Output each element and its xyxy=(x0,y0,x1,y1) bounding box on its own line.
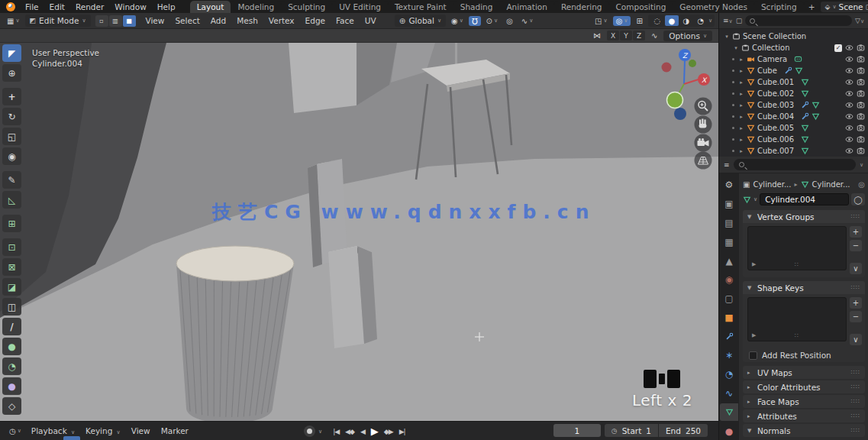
outliner-item-cube[interactable]: ▸Cube xyxy=(719,65,868,76)
add-rest-position-checkbox[interactable] xyxy=(749,351,757,360)
tool-cursor[interactable]: ⊕ xyxy=(2,64,21,82)
section-color-attributes[interactable]: ▸Color Attributes∷∷ xyxy=(743,380,865,393)
jump-to-start-button[interactable]: |◀ xyxy=(331,428,340,435)
outliner-item-cube-007[interactable]: ▸Cube.007 xyxy=(719,145,868,157)
expand-icon[interactable]: ▸ xyxy=(738,68,744,74)
outliner-editor-icon[interactable]: ≡∨ xyxy=(723,17,733,24)
hide-in-viewport-icon[interactable] xyxy=(845,55,853,63)
resize-grip-icon[interactable]: ∷ xyxy=(795,261,799,268)
gizmo-axis-neg-x[interactable] xyxy=(662,63,672,73)
outliner-collection[interactable]: ▾Collection✓ xyxy=(719,42,868,53)
vertex-select-button[interactable]: ▫ xyxy=(95,15,108,27)
properties-tab-physics[interactable]: ◔ xyxy=(720,366,738,383)
snap-settings-dropdown[interactable]: ⊙∨ xyxy=(483,16,502,26)
timeline-playhead[interactable] xyxy=(63,436,80,440)
chevron-down-icon[interactable]: ∨ xyxy=(753,196,757,202)
tool-tweak-select[interactable]: ◤ xyxy=(2,44,21,62)
blender-logo-icon[interactable] xyxy=(6,2,15,11)
section-uv-maps[interactable]: ▸UV Maps∷∷ xyxy=(743,366,865,379)
data-name-field[interactable]: Cylinder.004 xyxy=(760,193,849,205)
expand-icon[interactable]: ▸ xyxy=(738,125,744,131)
tool-scale[interactable]: ◱ xyxy=(2,128,21,145)
outliner-item-cube-006[interactable]: ▸Cube.006 xyxy=(719,134,868,145)
cylinder-top-face[interactable] xyxy=(176,246,294,281)
outliner-item-cube-004[interactable]: ▸Cube.004 xyxy=(719,111,868,122)
mirror-axis-z-button[interactable]: Z xyxy=(633,31,645,40)
orientation-dropdown[interactable]: ⊕ Global ∨ xyxy=(395,15,446,27)
properties-tab-material[interactable]: ● xyxy=(720,422,738,440)
expand-icon[interactable]: ▸ xyxy=(738,57,744,63)
mode-dropdown[interactable]: ◩ Edit Mode ∨ xyxy=(25,15,91,27)
properties-tab-scene[interactable]: ▲ xyxy=(720,252,738,270)
panel-grip-icon[interactable]: ∷∷ xyxy=(851,383,860,390)
panel-grip-icon[interactable]: ∷∷ xyxy=(851,398,860,405)
panel-grip-icon[interactable]: ∷∷ xyxy=(851,213,860,220)
shape-keys-list[interactable]: ▶ ∷ xyxy=(747,297,847,341)
timeline-menu-marker[interactable]: Marker xyxy=(156,425,194,436)
show-gizmo-toggle[interactable]: ◳∨ xyxy=(592,16,611,26)
workspace-tab-scripting[interactable]: Scripting xyxy=(754,1,804,13)
mirror-axis-y-button[interactable]: Y xyxy=(620,31,632,40)
wireframe-shading-button[interactable]: ◌ xyxy=(650,15,664,26)
next-keyframe-button[interactable]: ◆▶ xyxy=(382,428,395,435)
falloff-curve-icon[interactable]: ∿ xyxy=(648,31,660,40)
add-vertex-group-button[interactable]: + xyxy=(850,226,862,238)
menu-file[interactable]: File xyxy=(20,2,44,12)
chair-back-post[interactable] xyxy=(455,43,457,66)
expand-icon[interactable]: ▶ xyxy=(752,261,756,267)
tool-smooth[interactable]: ● xyxy=(2,377,21,395)
mirror-axis-x-button[interactable]: X xyxy=(607,31,619,40)
expand-icon[interactable]: ▸ xyxy=(738,137,744,143)
expand-icon[interactable]: ▾ xyxy=(724,34,730,40)
workspace-tab-sculpting[interactable]: Sculpting xyxy=(281,1,332,13)
mirror-icon[interactable]: ⋈ xyxy=(590,31,604,40)
current-frame-field[interactable]: 1 xyxy=(553,424,601,437)
show-overlays-toggle[interactable]: ◎∨ xyxy=(613,16,631,26)
timeline-menu-keying[interactable]: Keying ∨ xyxy=(80,425,126,436)
breadcrumb-data[interactable]: Cylinder... xyxy=(812,180,850,189)
new-scene-icon[interactable]: ▢ xyxy=(866,3,868,11)
tool-transform[interactable]: ◉ xyxy=(2,147,21,165)
tool-move[interactable]: + xyxy=(2,88,21,105)
jump-to-end-button[interactable]: ▶| xyxy=(398,428,407,435)
menu-edit[interactable]: Edit xyxy=(44,2,70,12)
properties-tab-particles[interactable]: ∗ xyxy=(720,347,738,364)
tool-edge-slide[interactable]: ◇ xyxy=(2,397,21,415)
section-face-maps[interactable]: ▸Face Maps∷∷ xyxy=(743,395,865,408)
expand-icon[interactable]: ▸ xyxy=(738,91,744,97)
workspace-tab-geometry-nodes[interactable]: Geometry Nodes xyxy=(673,1,754,13)
menu-help[interactable]: Help xyxy=(152,2,181,12)
disable-in-renders-icon[interactable] xyxy=(857,89,865,98)
properties-tab-tool[interactable]: ⚙ xyxy=(720,176,738,194)
shading-dropdown-icon[interactable]: ∨ xyxy=(708,18,712,24)
add-workspace-button[interactable]: + xyxy=(804,1,820,13)
viewport-menu-edge[interactable]: Edge xyxy=(300,15,331,26)
disable-in-renders-icon[interactable] xyxy=(857,147,865,155)
previous-keyframe-button[interactable]: ◀◆ xyxy=(344,428,356,435)
tool-poly-build[interactable]: ● xyxy=(2,338,21,355)
hide-in-viewport-icon[interactable] xyxy=(845,135,853,144)
tool-annotate[interactable]: ✎ xyxy=(2,171,21,189)
start-frame-field[interactable]: ◷ Start 1 xyxy=(605,424,658,437)
zoom-button[interactable] xyxy=(695,98,712,115)
section-attributes[interactable]: ▸Attributes∷∷ xyxy=(743,409,865,422)
auto-keying-button[interactable] xyxy=(304,425,315,437)
snap-toggle[interactable]: Ω xyxy=(469,16,481,26)
shape-keys-header[interactable]: ▼ Shape Keys ∷∷ xyxy=(743,281,865,294)
properties-tab-object-data[interactable] xyxy=(720,403,738,421)
face-select-button[interactable]: ■ xyxy=(123,15,136,27)
properties-tab-modifiers[interactable] xyxy=(720,328,738,345)
outliner-search-input[interactable] xyxy=(745,15,852,26)
add-shape-key-button[interactable]: + xyxy=(850,297,862,309)
vertex-groups-list[interactable]: ▶ ∷ xyxy=(747,226,847,270)
normals-section[interactable]: ▼ Normals ∷∷ xyxy=(743,424,865,437)
tool-extrude-region[interactable]: ⊡ xyxy=(2,238,21,256)
gizmo-axis-neg-z[interactable] xyxy=(674,108,686,120)
fake-user-button[interactable]: ◯ xyxy=(851,193,865,205)
remove-shape-key-button[interactable]: − xyxy=(850,311,862,322)
outliner-scene-collection[interactable]: ▾Scene Collection xyxy=(719,31,868,42)
panel-grip-icon[interactable]: ∷∷ xyxy=(851,369,860,376)
hide-in-viewport-icon[interactable] xyxy=(845,147,853,155)
menu-render[interactable]: Render xyxy=(70,2,109,12)
play-button[interactable]: ▶ xyxy=(369,425,379,437)
